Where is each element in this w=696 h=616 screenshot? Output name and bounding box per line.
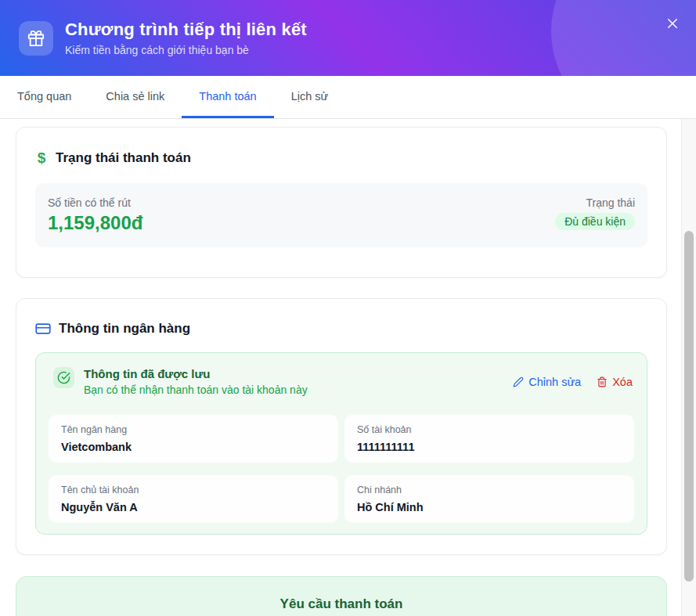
bank-field-branch: Chi nhánh Hồ Chí Minh (344, 475, 634, 523)
scrollbar-thumb[interactable] (684, 231, 694, 582)
saved-bank-panel: Thông tin đã được lưu Bạn có thể nhận th… (35, 352, 647, 535)
saved-info-text: Thông tin đã được lưu Bạn có thể nhận th… (84, 367, 308, 396)
withdrawable-amount: Số tiền có thể rút 1,159,800đ (48, 196, 142, 234)
saved-info: Thông tin đã được lưu Bạn có thể nhận th… (53, 367, 308, 396)
saved-title: Thông tin đã được lưu (84, 367, 308, 380)
payment-status-header: $ Trạng thái thanh toán (35, 149, 647, 167)
pencil-icon (513, 376, 524, 387)
tab-chia-se-link[interactable]: Chia sẻ link (88, 76, 182, 118)
check-circle-icon (53, 367, 74, 388)
account-number-label: Số tài khoản (357, 424, 622, 435)
account-holder-label: Tên chủ tài khoản (61, 485, 326, 495)
close-icon (665, 16, 680, 31)
branch-value: Hồ Chí Minh (357, 501, 622, 513)
bank-field-bank-name: Tên ngân hàng Vietcombank (49, 415, 338, 463)
tab-bar: Tổng quan Chia sẻ link Thanh toán Lịch s… (0, 76, 696, 119)
bank-name-value: Vietcombank (61, 441, 326, 453)
amount-value: 1,159,800đ (48, 212, 142, 234)
account-number-value: 1111111111 (357, 441, 622, 453)
bank-actions: Chỉnh sửa Xóa (513, 376, 633, 388)
delete-bank-label: Xóa (612, 376, 633, 388)
modal-subtitle: Kiếm tiền bằng cách giới thiệu bạn bè (65, 44, 307, 56)
saved-bank-panel-header: Thông tin đã được lưu Bạn có thể nhận th… (53, 367, 634, 396)
bank-fields-grid: Tên ngân hàng Vietcombank Số tài khoản 1… (49, 415, 634, 523)
close-button[interactable] (660, 11, 685, 36)
payment-status-card: $ Trạng thái thanh toán Số tiền có thể r… (16, 127, 667, 278)
bank-info-card: Thông tin ngân hàng Thông tin đã được lư… (16, 298, 667, 555)
payment-status-title: Trạng thái thanh toán (56, 150, 191, 166)
delete-bank-button[interactable]: Xóa (597, 376, 633, 388)
payment-tab-content: $ Trạng thái thanh toán Số tiền có thể r… (0, 119, 696, 616)
credit-card-icon (35, 321, 51, 337)
bank-field-account-holder: Tên chủ tài khoản Nguyễn Văn A (49, 475, 338, 523)
bank-name-label: Tên ngân hàng (61, 424, 326, 435)
branch-label: Chi nhánh (357, 485, 622, 495)
tab-thanh-toan[interactable]: Thanh toán (182, 76, 273, 118)
bank-info-header: Thông tin ngân hàng (35, 321, 647, 337)
balance-box: Số tiền có thể rút 1,159,800đ Trạng thái… (35, 183, 647, 247)
trash-icon (597, 376, 608, 387)
scrollbar-track[interactable] (681, 119, 696, 616)
tab-tong-quan[interactable]: Tổng quan (0, 76, 88, 118)
status-column: Trạng thái Đủ điều kiện (555, 196, 635, 234)
status-badge: Đủ điều kiện (555, 213, 635, 230)
saved-subtitle: Bạn có thể nhận thanh toán vào tài khoản… (84, 384, 308, 396)
payment-request-title: Yêu cầu thanh toán (280, 596, 403, 616)
status-label: Trạng thái (586, 196, 635, 209)
edit-bank-label: Chỉnh sửa (528, 376, 581, 388)
bank-info-title: Thông tin ngân hàng (59, 321, 190, 337)
edit-bank-button[interactable]: Chỉnh sửa (513, 376, 581, 388)
dollar-icon: $ (35, 149, 48, 167)
bank-field-account-number: Số tài khoản 1111111111 (344, 415, 634, 463)
payment-request-card[interactable]: Yêu cầu thanh toán (16, 576, 667, 616)
account-holder-value: Nguyễn Văn A (61, 501, 326, 513)
gift-icon (19, 21, 53, 56)
modal-title: Chương trình tiếp thị liên kết (65, 20, 307, 40)
amount-label: Số tiền có thể rút (48, 196, 142, 209)
tab-lich-su[interactable]: Lịch sử (274, 76, 346, 118)
header-text: Chương trình tiếp thị liên kết Kiếm tiền… (65, 20, 307, 56)
modal-header: Chương trình tiếp thị liên kết Kiếm tiền… (0, 0, 696, 76)
affiliate-modal: Chương trình tiếp thị liên kết Kiếm tiền… (0, 0, 696, 616)
